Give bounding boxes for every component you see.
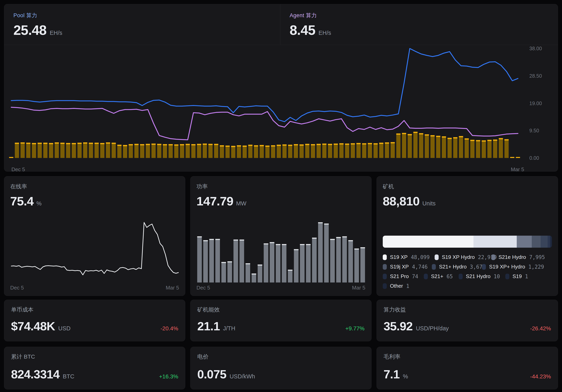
miners-segment[interactable]: [517, 236, 532, 248]
efficiency-value: 21.1: [197, 319, 220, 333]
legend-item[interactable]: S21e Hydro7,995: [491, 254, 545, 260]
power-chart-x-start: Dec 5: [197, 285, 210, 291]
legend-label: S19 XP: [390, 254, 408, 260]
legend-item[interactable]: S19 XP+ Hydro1,229: [482, 264, 544, 270]
hashrate-header: Pool 算力 25.48 EH/s Agent 算力 8.45 EH/s: [4, 4, 558, 45]
legend-row: S21 Pro74S21+65S21 Hydro10S191: [383, 273, 552, 283]
legend-value: 1: [525, 274, 528, 279]
hash-revenue-title: 算力收益: [384, 306, 551, 313]
legend-value: 65: [446, 274, 453, 279]
gross-margin-value: 7.1: [384, 367, 399, 381]
legend-label: Other: [390, 283, 403, 289]
pool-hashrate-unit: EH/s: [50, 30, 62, 36]
btc-total-card: 累计 BTC 824.3314 BTC +16.3%: [4, 347, 185, 389]
hash-revenue-value: 35.92: [384, 319, 413, 333]
efficiency-title: 矿机能效: [197, 306, 364, 313]
legend-label: S21+ Hydro: [439, 264, 467, 270]
legend-value: 10: [494, 274, 500, 279]
agent-hashrate-label: Agent 算力: [290, 12, 549, 19]
legend-value: 1,229: [528, 264, 544, 270]
coin-cost-unit: USD: [58, 325, 70, 332]
legend-swatch-icon: [435, 254, 439, 260]
legend-label: S21 Hydro: [466, 273, 491, 279]
miners-unit: Units: [422, 200, 436, 207]
legend-swatch-icon: [505, 274, 509, 279]
electricity-title: 电价: [197, 353, 364, 361]
agent-hashrate-stat[interactable]: Agent 算力 8.45 EH/s: [280, 4, 558, 45]
coin-cost-title: 单币成本: [11, 306, 178, 313]
legend-item[interactable]: Other1: [383, 283, 409, 289]
pool-hashrate-stat[interactable]: Pool 算力 25.48 EH/s: [4, 4, 280, 45]
online-rate-title: 在线率: [10, 183, 179, 190]
legend-row: S19j XP4,746S21+ Hydro3,671S19 XP+ Hydro…: [383, 264, 552, 273]
miners-segment[interactable]: [473, 236, 517, 248]
miners-segment[interactable]: [548, 236, 550, 248]
coin-cost-delta: -20.4%: [160, 325, 178, 332]
pool-hashrate-value: 25.48: [13, 22, 47, 38]
online-chart-x-start: Dec 5: [10, 285, 24, 291]
main-chart-y-tick: 28.50: [529, 73, 542, 79]
power-value: 147.79: [197, 194, 233, 208]
legend-item[interactable]: S19 XP48,099: [383, 254, 430, 260]
legend-swatch-icon: [459, 274, 463, 279]
legend-swatch-icon: [491, 254, 495, 260]
legend-item[interactable]: S21 Hydro10: [459, 273, 500, 279]
hash-revenue-card: 算力收益 35.92 USD/PH/day -26.42%: [376, 300, 558, 341]
main-chart-x-start: Dec 5: [12, 166, 25, 173]
main-chart-x-end: Mar 5: [511, 166, 524, 173]
legend-swatch-icon: [482, 264, 486, 270]
legend-value: 48,099: [411, 254, 430, 260]
btc-total-unit: BTC: [63, 373, 74, 380]
miners-segment[interactable]: [551, 236, 552, 248]
efficiency-unit: J/TH: [223, 325, 235, 332]
power-chart[interactable]: [197, 214, 365, 282]
electricity-unit: USD/kWh: [230, 373, 255, 380]
header-divider: [4, 45, 558, 45]
agent-hashrate-unit: EH/s: [318, 30, 331, 36]
power-title: 功率: [197, 183, 365, 190]
main-chart-y-tick: 0.00: [529, 155, 539, 161]
legend-item[interactable]: S21+ Hydro3,671: [432, 264, 485, 270]
legend-value: 4,746: [412, 264, 428, 270]
agent-hashrate-value: 8.45: [290, 22, 315, 38]
legend-label: S21e Hydro: [499, 254, 526, 260]
efficiency-card: 矿机能效 21.1 J/TH +9.77%: [190, 300, 372, 341]
legend-row: S19 XP48,099S19 XP Hydro22,919S21e Hydro…: [383, 254, 552, 264]
electricity-value: 0.075: [197, 367, 226, 381]
legend-swatch-icon: [383, 264, 387, 270]
miners-segment[interactable]: [532, 236, 541, 248]
miners-segment[interactable]: [383, 236, 473, 248]
legend-value: 74: [412, 274, 418, 279]
miners-segment[interactable]: [540, 236, 548, 248]
btc-total-value: 824.3314: [11, 367, 59, 381]
btc-total-title: 累计 BTC: [11, 353, 178, 361]
legend-item[interactable]: S21+65: [424, 273, 453, 279]
legend-label: S19: [513, 273, 522, 279]
hash-revenue-unit: USD/PH/day: [416, 325, 449, 332]
legend-item[interactable]: S19 XP Hydro22,919: [435, 254, 497, 260]
legend-value: 7,995: [529, 254, 545, 260]
legend-label: S21 Pro: [390, 273, 409, 279]
legend-swatch-icon: [424, 274, 428, 279]
online-rate-chart[interactable]: [10, 214, 179, 282]
miners-title: 矿机: [383, 183, 552, 190]
power-unit: MW: [236, 200, 246, 207]
legend-item[interactable]: S21 Pro74: [383, 273, 418, 279]
legend-label: S21+: [431, 273, 443, 279]
online-rate-value: 75.4: [10, 194, 34, 208]
gross-margin-delta: -44.23%: [530, 373, 551, 380]
legend-item[interactable]: S191: [505, 273, 528, 279]
electricity-card: 电价 0.075 USD/kWh: [190, 347, 372, 389]
main-chart-y-tick: 19.00: [529, 101, 542, 106]
legend-label: S19j XP: [390, 264, 409, 270]
dashboard: 38.0028.5019.009.500.00 Dec 5 Mar 5 Pool…: [0, 0, 562, 392]
power-card: 功率 147.79 MW Dec 5 Mar 5: [190, 176, 372, 296]
gross-margin-unit: %: [403, 373, 408, 380]
btc-total-delta: +16.3%: [159, 373, 178, 380]
legend-row: Other1: [383, 283, 552, 292]
coin-cost-card: 单币成本 $74.48K USD -20.4%: [4, 300, 185, 341]
gross-margin-title: 毛利率: [384, 353, 551, 361]
miners-stacked-bar[interactable]: [383, 236, 552, 248]
gross-margin-card: 毛利率 7.1 % -44.23%: [376, 347, 558, 389]
legend-item[interactable]: S19j XP4,746: [383, 264, 428, 270]
